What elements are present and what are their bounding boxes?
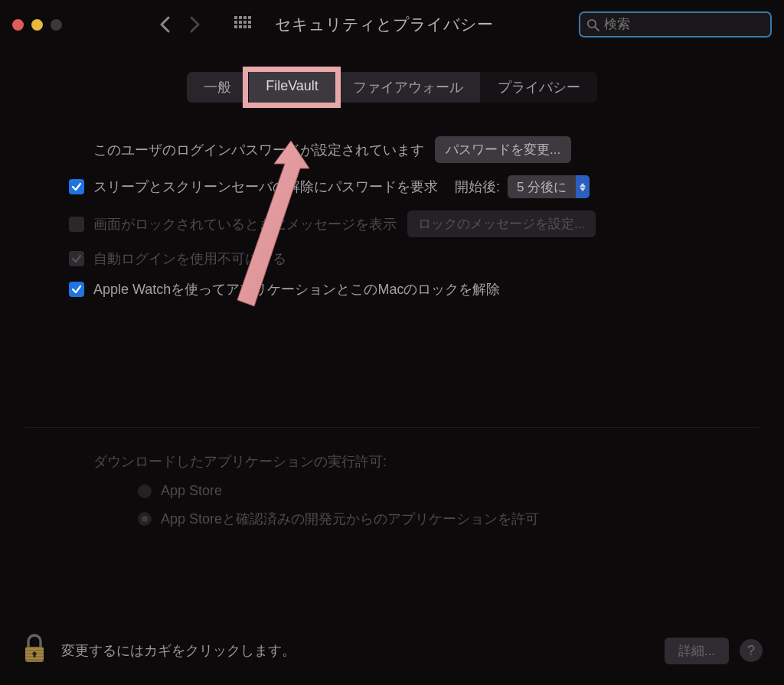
search-field[interactable] [579, 11, 772, 38]
close-window-button[interactable] [12, 19, 24, 31]
search-input[interactable] [604, 17, 764, 32]
show-all-button[interactable] [230, 12, 255, 37]
tab-general[interactable]: 一般 [187, 72, 248, 103]
apple-watch-label: Apple Watchを使ってアプリケーションとこのMacのロックを解除 [93, 280, 500, 298]
auto-login-label: 自動ログインを使用不可にする [93, 250, 286, 268]
require-password-checkbox[interactable] [69, 179, 84, 194]
help-button[interactable]: ? [740, 639, 763, 662]
radio-appstore-identified: App Storeと確認済みの開発元からのアプリケーションを許可 [138, 510, 691, 528]
tab-firewall[interactable]: ファイアウォール [335, 72, 480, 103]
window-title: セキュリティとプライバシー [275, 14, 493, 35]
radio-identified-label: App Storeと確認済みの開発元からのアプリケーションを許可 [161, 510, 539, 528]
tab-filevault[interactable]: FileVault [248, 72, 335, 103]
svg-rect-0 [234, 16, 237, 19]
svg-rect-21 [34, 654, 36, 657]
downloads-section: ダウンロードしたアプリケーションの実行許可: App Store App Sto… [24, 452, 760, 528]
svg-line-13 [595, 27, 599, 31]
section-divider [24, 427, 760, 428]
minimize-window-button[interactable] [31, 19, 43, 31]
preferences-window: セキュリティとプライバシー 一般 FileVault ファイアウォール プライバ… [0, 0, 784, 685]
tab-bar: 一般 FileVault ファイアウォール プライバシー [24, 72, 760, 103]
password-delay-select[interactable]: 5 分後に [508, 175, 590, 198]
require-password-label: スリープとスクリーンセーバの解除にパスワードを要求 [93, 178, 438, 196]
details-button[interactable]: 詳細... [665, 638, 729, 664]
radio-appstore-only: App Store [138, 483, 691, 499]
traffic-lights [12, 19, 62, 31]
svg-rect-2 [243, 16, 247, 19]
password-delay-value: 5 分後に [508, 178, 576, 196]
radio-appstore-label: App Store [161, 483, 222, 499]
svg-rect-4 [234, 21, 237, 24]
lock-text: 変更するにはカギをクリックします。 [61, 641, 296, 660]
apple-watch-checkbox[interactable] [69, 282, 84, 297]
radio-icon [138, 512, 152, 526]
forward-button[interactable] [183, 12, 207, 37]
lock-message-checkbox[interactable] [69, 217, 84, 232]
svg-rect-7 [248, 21, 251, 24]
svg-rect-11 [248, 25, 251, 28]
apple-watch-row: Apple Watchを使ってアプリケーションとこのMacのロックを解除 [69, 280, 691, 298]
svg-rect-3 [248, 16, 251, 19]
login-password-label: このユーザのログインパスワードが設定されています [93, 141, 424, 159]
svg-rect-9 [239, 25, 242, 28]
after-label: 開始後: [455, 178, 500, 196]
search-icon [586, 18, 599, 31]
login-password-row: このユーザのログインパスワードが設定されています パスワードを変更... [93, 136, 691, 163]
svg-rect-1 [239, 16, 242, 19]
auto-login-row: 自動ログインを使用不可にする [69, 250, 691, 268]
titlebar: セキュリティとプライバシー [0, 0, 784, 49]
downloads-heading: ダウンロードしたアプリケーションの実行許可: [93, 452, 691, 471]
svg-rect-10 [243, 25, 247, 28]
back-button[interactable] [152, 12, 177, 37]
svg-rect-19 [25, 657, 44, 659]
lock-icon[interactable] [21, 633, 47, 668]
footer: 変更するにはカギをクリックします。 詳細... ? [0, 633, 784, 668]
stepper-icon [576, 175, 590, 198]
change-password-button[interactable]: パスワードを変更... [435, 136, 571, 163]
svg-rect-16 [25, 648, 44, 650]
lock-message-label: 画面がロックされているときにメッセージを表示 [93, 215, 397, 233]
tab-privacy[interactable]: プライバシー [480, 72, 597, 103]
require-password-row: スリープとスクリーンセーバの解除にパスワードを要求 開始後: 5 分後に [69, 175, 691, 198]
set-lock-message-button: ロックのメッセージを設定... [407, 210, 596, 237]
auto-login-checkbox [69, 251, 84, 266]
zoom-window-button[interactable] [51, 19, 62, 31]
lock-message-row: 画面がロックされているときにメッセージを表示 ロックのメッセージを設定... [69, 210, 691, 237]
security-section: このユーザのログインパスワードが設定されています パスワードを変更... スリー… [24, 136, 760, 298]
svg-rect-8 [234, 25, 237, 28]
svg-rect-5 [239, 21, 242, 24]
svg-rect-6 [243, 21, 247, 24]
content-area: 一般 FileVault ファイアウォール プライバシー このユーザのログインパ… [0, 49, 784, 685]
radio-icon [138, 484, 152, 498]
